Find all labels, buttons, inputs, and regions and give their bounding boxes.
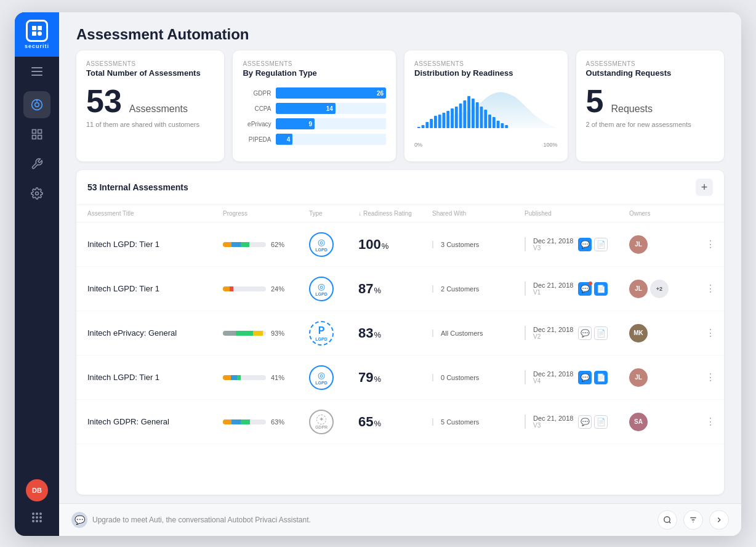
readiness-cell: 83 % (358, 325, 432, 341)
pub-version: V2 (533, 333, 573, 340)
svg-point-5 (35, 103, 39, 107)
add-assessment-button[interactable]: + (696, 179, 713, 196)
pub-chat-icon[interactable]: 💬 (578, 282, 592, 296)
progress-bar (223, 331, 266, 336)
svg-rect-38 (488, 115, 491, 128)
progress-segments (223, 242, 266, 247)
sidebar-item-radar[interactable] (23, 91, 50, 118)
pub-chat-icon[interactable]: 💬 (578, 415, 592, 429)
bar-track-ccpa: 14 (276, 103, 386, 114)
published-cell: Dec 21, 2018 V2 💬 📄 (525, 326, 629, 340)
svg-rect-28 (446, 111, 449, 128)
assessment-title: Initech ePrivacy: General (87, 328, 223, 338)
dist-label-start: 0% (414, 142, 422, 148)
col-header-progress: Progress (223, 210, 309, 217)
more-button[interactable]: ⋮ (703, 282, 718, 296)
readiness-number: 65 (358, 414, 373, 430)
pub-file-icon[interactable]: 📄 (594, 282, 608, 296)
more-button[interactable]: ⋮ (703, 326, 718, 341)
pub-date: Dec 21, 2018 (533, 282, 573, 289)
pub-date: Dec 21, 2018 (533, 370, 573, 378)
menu-toggle[interactable] (15, 57, 59, 86)
progress-pct: 63% (271, 418, 284, 426)
assessment-title: Initech LGPD: Tier 1 (87, 284, 223, 293)
bar-row-gdpr: GDPR 26 (243, 87, 386, 99)
progress-bar (223, 419, 266, 424)
grid-icon[interactable] (26, 506, 48, 529)
owners-cell: JL (629, 368, 703, 387)
svg-rect-36 (480, 107, 483, 128)
progress-segments (223, 286, 266, 291)
progress-cell: 62% (223, 241, 309, 248)
card-category-out: Assessments (586, 60, 714, 67)
more-button[interactable]: ⋮ (703, 370, 718, 385)
svg-point-14 (39, 513, 42, 515)
row-actions[interactable]: ⋮ (703, 370, 724, 385)
hamburger-icon (31, 67, 42, 76)
svg-line-44 (669, 522, 671, 524)
svg-point-18 (32, 520, 34, 522)
svg-point-11 (36, 192, 39, 195)
col-header-title: Assessment Title (87, 210, 223, 217)
pub-chat-icon[interactable]: 💬 (578, 371, 592, 384)
card-subtitle-out: Outstanding Requests (586, 68, 714, 78)
readiness-number: 87 (358, 281, 373, 297)
pub-icons: 💬 📄 (578, 415, 608, 429)
user-avatar[interactable]: DB (26, 479, 48, 501)
more-button[interactable]: ⋮ (703, 237, 718, 252)
row-actions[interactable]: ⋮ (703, 237, 724, 252)
dist-chart (414, 85, 558, 140)
owners-cell: MK (629, 324, 703, 342)
pub-chat-icon[interactable]: 💬 (578, 326, 592, 340)
col-header-readiness[interactable]: ↓ Readiness Rating (358, 210, 432, 217)
col-header-actions (703, 210, 724, 217)
bar-label-pipeda: PIPEDA (243, 136, 271, 143)
pub-file-icon[interactable]: 📄 (594, 326, 608, 340)
row-actions[interactable]: ⋮ (703, 282, 724, 296)
stat-note-total: 11 of them are shared with customers (86, 121, 214, 128)
svg-rect-32 (463, 100, 466, 128)
svg-point-15 (32, 516, 34, 519)
shared-count: 2 Customers (441, 285, 479, 293)
pub-file-icon[interactable]: 📄 (594, 238, 608, 251)
progress-segments (223, 419, 266, 424)
stat-note-out: 2 of them are for new assessments (586, 121, 714, 128)
pub-file-icon[interactable]: 📄 (594, 415, 608, 429)
svg-rect-22 (422, 125, 425, 128)
owners-cell: JL +2 (629, 280, 703, 298)
pub-chat-icon[interactable]: 💬 (578, 238, 592, 251)
more-button[interactable]: ⋮ (703, 415, 718, 429)
app-logo[interactable]: securiti (15, 12, 59, 57)
svg-point-16 (36, 516, 38, 519)
row-actions[interactable]: ⋮ (703, 415, 724, 429)
pub-version: V3 (533, 245, 573, 251)
svg-point-20 (39, 520, 42, 522)
bar-row-pipeda: PIPEDA 4 (243, 134, 386, 145)
sidebar-item-dashboard[interactable] (23, 121, 50, 148)
card-subtitle-dist: Distribution by Readiness (414, 68, 558, 78)
svg-rect-30 (455, 107, 458, 128)
sidebar-item-settings[interactable] (23, 180, 50, 207)
pub-version: V3 (533, 422, 573, 429)
progress-cell: 41% (223, 374, 309, 381)
sidebar-item-tools[interactable] (23, 150, 50, 177)
dist-label-end: 100% (543, 142, 557, 148)
svg-rect-26 (438, 115, 441, 128)
readiness-unit: % (374, 330, 381, 339)
row-actions[interactable]: ⋮ (703, 326, 724, 341)
filter-button[interactable] (683, 510, 703, 530)
bar-value-gdpr: 26 (377, 90, 384, 97)
search-button[interactable] (657, 510, 677, 530)
bar-fill-ccpa: 14 (276, 103, 335, 114)
navigate-button[interactable] (709, 510, 729, 530)
assessment-title: Initech LGPD: Tier 1 (87, 373, 223, 382)
readiness-unit: % (382, 241, 389, 251)
card-category-total: Assessments (86, 60, 214, 67)
progress-pct: 93% (271, 330, 284, 337)
stat-card-distribution: Assessments Distribution by Readiness (404, 51, 568, 161)
svg-rect-7 (33, 130, 36, 134)
card-subtitle-total: Total Number of Assessments (86, 68, 214, 78)
table-row: Initech ePrivacy: General 93% P LGPD 83 … (76, 311, 724, 355)
pub-file-icon[interactable]: 📄 (594, 371, 608, 384)
progress-pct: 24% (271, 285, 284, 293)
